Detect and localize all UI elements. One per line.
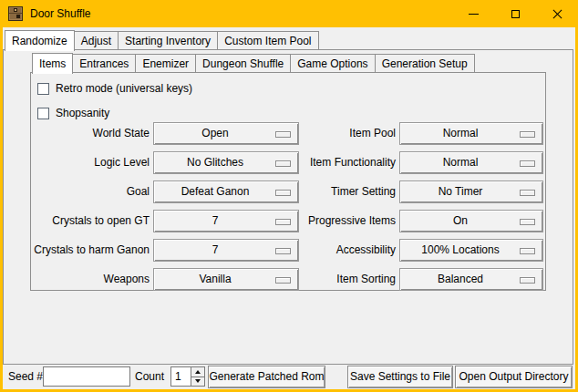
progressive-items-dropdown[interactable]: On [399,210,543,232]
dash-indicator-icon [520,277,535,284]
tab-generation-setup[interactable]: Generation Setup [375,54,475,73]
retro-mode-checkbox-row: Retro mode (universal keys) [37,82,192,95]
maximize-button[interactable] [494,0,536,27]
close-button[interactable] [536,0,578,27]
tab-entrances[interactable]: Entrances [73,54,135,73]
item-functionality-dropdown[interactable]: Normal [399,151,543,174]
minimize-button[interactable] [452,0,494,27]
tab-randomize[interactable]: Randomize [5,30,75,51]
minimize-icon [469,14,479,15]
progressive-items-label: Progressive Items [277,210,396,232]
item-functionality-label: Item Functionality [277,151,396,174]
dash-indicator-icon [520,190,535,196]
count-spinner[interactable]: 1 [170,366,205,387]
shopsanity-label: Shopsanity [56,107,109,119]
close-icon [552,9,563,19]
shopsanity-checkbox-row: Shopsanity [37,107,109,119]
tab-items[interactable]: Items [32,53,73,74]
titlebar: Door Shuffle [0,0,578,27]
down-arrow-icon[interactable] [191,377,204,387]
timer-setting-label: Timer Setting [277,181,396,203]
tab-starting-inventory[interactable]: Starting Inventory [118,31,217,50]
app-window: Door Shuffle Randomize Adjust Starting I… [0,0,578,392]
accessibility-label: Accessibility [277,239,396,262]
door-icon [8,6,23,21]
outer-tabstrip: Randomize Adjust Starting Inventory Cust… [5,29,319,50]
timer-setting-dropdown[interactable]: No Timer [399,181,543,203]
tab-custom-item-pool[interactable]: Custom Item Pool [217,31,318,50]
seed-input[interactable] [43,366,130,387]
item-pool-label: Item Pool [277,122,396,145]
dash-indicator-icon [520,131,535,138]
generate-patched-rom-button[interactable]: Generate Patched Rom [208,366,325,388]
up-arrow-icon[interactable] [191,367,204,377]
retro-mode-label: Retro mode (universal keys) [56,82,192,95]
open-output-directory-button[interactable]: Open Output Directory [455,366,573,388]
dash-indicator-icon [520,160,535,167]
window-title: Door Shuffle [30,0,91,27]
item-sorting-label: Item Sorting [277,268,396,291]
item-sorting-dropdown[interactable]: Balanced [399,268,543,291]
inner-tabstrip: Items Entrances Enemizer Dungeon Shuffle… [32,52,475,73]
tab-dungeon-shuffle[interactable]: Dungeon Shuffle [195,54,290,73]
window-content: Randomize Adjust Starting Inventory Cust… [3,27,575,389]
crystals-harm-ganon-label: Crystals to harm Ganon [31,239,150,262]
weapons-label: Weapons [31,268,150,291]
items-panel: Retro mode (universal keys) Shopsanity W… [30,72,546,291]
tab-game-options[interactable]: Game Options [290,54,374,73]
maximize-icon [511,10,520,18]
accessibility-dropdown[interactable]: 100% Locations [399,239,543,262]
tab-enemizer[interactable]: Enemizer [135,54,195,73]
tab-adjust[interactable]: Adjust [75,31,118,50]
goal-label: Goal [31,181,150,203]
seed-label: Seed # [8,366,43,387]
save-settings-button[interactable]: Save Settings to File [347,366,453,388]
logic-level-label: Logic Level [31,151,150,174]
world-state-label: World State [31,122,150,145]
crystals-open-gt-label: Crystals to open GT [31,210,150,232]
window-controls [452,0,578,27]
count-label: Count [135,366,164,387]
dash-indicator-icon [520,248,535,254]
dash-indicator-icon [520,219,535,225]
item-pool-dropdown[interactable]: Normal [399,122,543,145]
shopsanity-checkbox[interactable] [37,108,49,119]
retro-mode-checkbox[interactable] [37,83,49,95]
